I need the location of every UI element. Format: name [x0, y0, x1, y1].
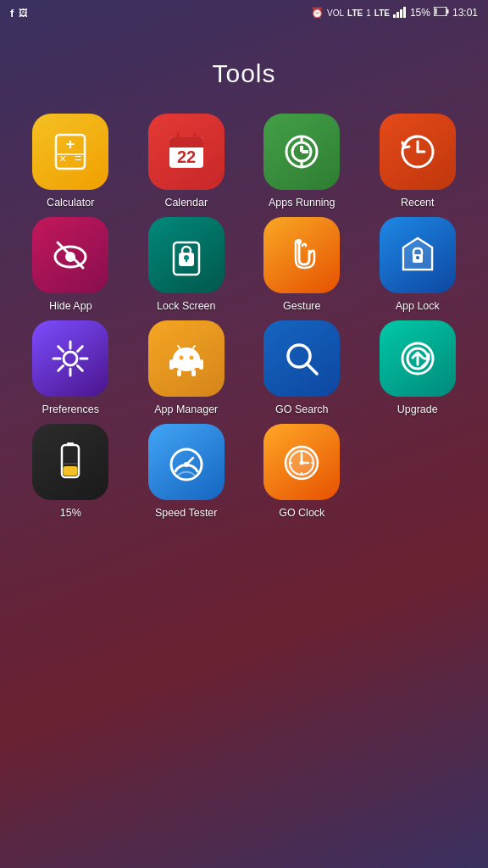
svg-point-63 [300, 461, 304, 465]
battery-percent: 15% [410, 7, 430, 19]
svg-rect-39 [173, 363, 200, 368]
preferences-label: Preferences [42, 403, 99, 415]
clock: 13:01 [452, 7, 478, 19]
svg-point-41 [189, 356, 193, 360]
app-item-15percent[interactable]: 15% [17, 424, 125, 519]
calculator-label: Calculator [47, 197, 94, 209]
go-search-icon [263, 320, 340, 397]
apps-grid: + × = Calculator 22 Calendar [0, 114, 488, 519]
gesture-icon [263, 217, 340, 293]
svg-text:22: 22 [177, 147, 196, 166]
svg-rect-5 [446, 9, 448, 14]
app-lock-label: App Lock [396, 300, 440, 312]
svg-line-49 [307, 364, 317, 374]
lte-indicator: LTE [347, 8, 363, 18]
svg-point-33 [297, 239, 302, 244]
app-item-preferences[interactable]: Preferences [17, 320, 125, 415]
app-item-app-lock[interactable]: App Lock [364, 217, 472, 312]
hide-app-label: Hide App [49, 300, 92, 312]
app-item-calculator[interactable]: + × = Calculator [17, 114, 125, 209]
app-item-apps-running[interactable]: Apps Running [248, 114, 356, 209]
calculator-icon: + × = [32, 114, 108, 190]
svg-rect-44 [169, 359, 174, 370]
svg-rect-6 [435, 8, 436, 15]
svg-rect-53 [67, 442, 74, 446]
app-item-app-manager[interactable]: App Manager [133, 320, 241, 415]
app-manager-label: App Manager [154, 403, 218, 415]
svg-rect-2 [400, 9, 402, 18]
svg-point-40 [179, 356, 183, 360]
apps-running-icon [263, 114, 340, 190]
page-title: Tools [0, 59, 488, 88]
vol-indicator: VOL [327, 8, 344, 18]
calendar-label: Calendar [164, 197, 208, 209]
svg-point-36 [64, 352, 77, 365]
svg-rect-3 [403, 7, 406, 18]
app-item-lock-screen[interactable]: Lock Screen [133, 217, 241, 312]
svg-point-58 [184, 462, 189, 467]
apps-running-label: Apps Running [269, 197, 336, 209]
svg-rect-0 [393, 14, 396, 18]
upgrade-icon [380, 320, 456, 397]
app-item-speed-tester[interactable]: Speed Tester [133, 424, 241, 519]
status-right: ⏰ VOL LTE 1 LTE 15% 13:01 [311, 6, 478, 20]
svg-line-43 [192, 346, 195, 349]
speed-tester-label: Speed Tester [155, 507, 217, 519]
status-bar: f 🖼 ⏰ VOL LTE 1 LTE 15% 13:01 [0, 0, 488, 25]
battery-app-icon [32, 424, 108, 500]
battery-icon [434, 7, 449, 19]
status-left: f 🖼 [10, 7, 28, 19]
alarm-icon: ⏰ [311, 7, 324, 19]
signal-bars [393, 6, 407, 20]
hide-app-icon [32, 217, 108, 293]
lock-screen-label: Lock Screen [157, 300, 215, 312]
svg-text:+: + [66, 136, 75, 153]
app-item-hide-app[interactable]: Hide App [17, 217, 125, 312]
svg-rect-1 [396, 12, 399, 18]
svg-rect-54 [64, 466, 78, 476]
facebook-icon: f [10, 7, 14, 19]
app-manager-icon [148, 320, 225, 397]
go-clock-label: GO Clock [279, 507, 324, 519]
app-item-upgrade[interactable]: Upgrade [364, 320, 472, 415]
upgrade-label: Upgrade [397, 403, 438, 415]
svg-line-42 [178, 346, 180, 349]
recent-icon [380, 114, 456, 190]
app-item-gesture[interactable]: Gesture [248, 217, 356, 312]
preferences-icon [32, 320, 108, 397]
svg-rect-47 [191, 370, 196, 376]
app-item-calendar[interactable]: 22 Calendar [133, 114, 241, 209]
app-item-recent[interactable]: Recent [364, 114, 472, 209]
svg-rect-46 [177, 370, 181, 376]
app-lock-icon [380, 217, 456, 293]
app-item-go-clock[interactable]: GO Clock [248, 424, 356, 519]
notification-icon: 🖼 [19, 8, 28, 18]
recent-label: Recent [401, 197, 435, 209]
calendar-icon: 22 [148, 114, 225, 190]
go-search-label: GO Search [275, 403, 329, 415]
lte2-indicator: LTE [374, 8, 390, 18]
svg-rect-45 [199, 359, 203, 370]
lock-screen-icon [148, 217, 225, 293]
gesture-label: Gesture [283, 300, 320, 312]
svg-point-35 [416, 256, 419, 259]
sim-indicator: 1 [366, 8, 371, 18]
go-clock-icon [263, 424, 340, 500]
15percent-label: 15% [60, 507, 81, 519]
speed-tester-icon [148, 424, 225, 500]
app-item-go-search[interactable]: GO Search [248, 320, 356, 415]
